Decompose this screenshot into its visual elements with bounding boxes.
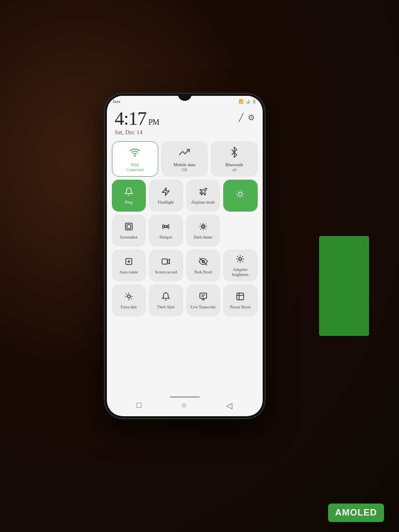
top-tiles-row: Wifi Connected Mobile data Off [112,141,258,177]
airplane-icon [199,187,208,199]
theft-alert-icon [161,292,170,303]
nav-home-button[interactable]: ○ [182,401,187,410]
svg-point-23 [128,296,129,297]
dark-theme-label: Dark theme [194,235,213,240]
date-display: Sat, Dec 14 [115,129,159,136]
theft-alert-label: Theft Alert [157,305,175,310]
carrier-label: Jazz [113,99,121,104]
quick-settings: Wifi Connected Mobile data Off [107,139,263,392]
screen: Jazz 📶 📊 🔋 4:17PM Sat, Dec 14 ╱ ⚙ [107,96,263,416]
hotspot-label: Hotspot [160,235,172,240]
nav-back-button[interactable]: ◁ [226,401,232,410]
airplane-label: Airplane mode [191,200,215,205]
screen-record-tile[interactable]: Screen record [149,250,183,281]
bluetooth-sublabel: off [232,168,236,172]
edit-icon[interactable]: ╱ [239,113,244,122]
wifi-label: Wifi [131,162,139,168]
auto-rotate-icon [124,257,133,268]
row2-tiles: Ring Flashlight [112,180,258,212]
screenshot-tile[interactable]: Screenshot [112,215,146,247]
svg-point-0 [134,155,135,156]
live-transcribe-icon [199,292,208,303]
live-transcribe-tile[interactable]: Live Transcribe [186,284,221,316]
bluetooth-label: Bluetooth [225,162,243,168]
settings-icon[interactable]: ⚙ [248,113,255,122]
bluetooth-tile[interactable]: Bluetooth off [211,141,257,177]
mobile-data-icon [179,147,190,161]
status-icons: 📶 📊 🔋 [239,99,257,104]
svg-line-6 [243,197,243,197]
auto-rotate-tile[interactable]: Auto-rotate [112,250,146,281]
screen-record-label: Screen record [155,270,177,275]
svg-line-9 [237,197,238,197]
theft-alert-tile[interactable]: Theft Alert [149,284,183,316]
bluetooth-icon [229,147,240,161]
time-display: 4:17PM [115,109,159,128]
peek-proof-tile[interactable]: Peek Proof [186,250,221,281]
ring-label: Ring [125,200,133,205]
flashlight-icon [161,187,170,199]
wifi-status-icon: 📶 [239,99,244,104]
wifi-tile[interactable]: Wifi Connected [112,141,158,177]
amoled-box: AMOLED [328,504,384,522]
brightness-slider-tile[interactable] [223,180,258,212]
row3-tiles: Screenshot Hotspot [112,215,258,247]
svg-marker-1 [163,188,170,196]
svg-rect-11 [125,223,132,230]
clock-time: 4:17 [115,108,147,129]
adaptive-brightness-icon: A [236,255,245,266]
row4-tiles: Auto-rotate Screen record [112,250,258,281]
dark-theme-icon [199,222,208,234]
ring-icon [124,187,133,199]
flashlight-tile[interactable]: Flashlight [149,180,183,212]
dark-theme-tile[interactable]: Dark theme [186,215,221,247]
wifi-icon [129,147,140,161]
adaptive-brightness-tile[interactable]: A Adaptive brightness [223,250,258,281]
amoled-text: AMOLED [335,508,377,518]
peek-proof-label: Peek Proof [194,270,212,275]
time-action-icons: ╱ ⚙ [239,113,255,122]
flashlight-label: Flashlight [158,200,174,205]
mobile-data-tile[interactable]: Mobile data Off [161,141,208,177]
screen-record-icon [161,257,170,268]
svg-rect-12 [127,225,131,229]
power-boost-icon [236,292,245,303]
phone-frame: Jazz 📶 📊 🔋 4:17PM Sat, Dec 14 ╱ ⚙ [105,94,265,418]
battery-status-icon: 🔋 [252,99,257,104]
screenshot-icon [124,222,133,234]
svg-rect-25 [200,293,207,298]
time-block: 4:17PM Sat, Dec 14 [115,109,159,136]
ring-tile[interactable]: Ring [112,180,146,212]
hotspot-icon [161,222,170,234]
peek-proof-icon [199,257,208,268]
svg-line-5 [237,191,238,192]
extra-dim-icon [124,292,133,303]
hotspot-tile[interactable]: Hotspot [149,215,183,247]
signal-status-icon: 📊 [245,99,250,104]
nav-bar: □ ○ ◁ [107,392,263,416]
nav-indicator [170,396,200,398]
power-boost-label: Power Boost [230,305,251,310]
svg-point-2 [239,193,243,197]
green-product-box [319,236,369,336]
live-transcribe-label: Live Transcribe [191,305,216,310]
svg-text:A: A [239,258,241,261]
airplane-tile[interactable]: Airplane mode [186,180,221,212]
extra-dim-tile[interactable]: Extra dim [112,284,146,316]
adaptive-brightness-label: Adaptive brightness [225,267,256,277]
mobile-data-label: Mobile data [174,162,195,168]
nav-pill-container: □ ○ ◁ [117,396,253,410]
svg-point-15 [201,225,205,229]
screenshot-label: Screenshot [120,235,137,240]
svg-point-13 [165,226,167,228]
row3-empty [223,215,258,247]
power-boost-tile[interactable]: Power Boost [223,284,258,316]
wifi-sublabel: Connected [126,168,143,172]
svg-rect-17 [162,259,168,265]
time-ampm: PM [148,118,159,126]
mobile-data-sublabel: Off [182,168,187,172]
nav-recent-button[interactable]: □ [137,401,142,410]
auto-rotate-label: Auto-rotate [119,270,138,275]
svg-line-10 [243,191,243,192]
extra-dim-label: Extra dim [121,305,137,310]
